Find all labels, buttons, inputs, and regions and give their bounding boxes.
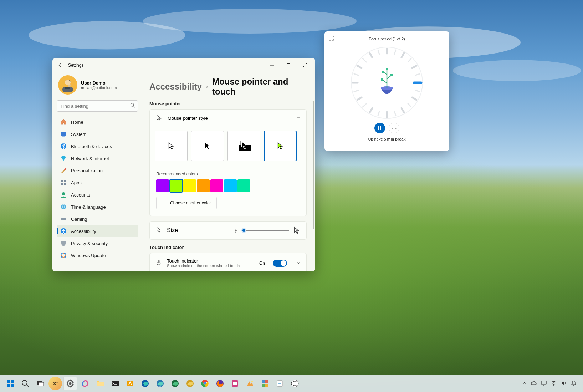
search-button[interactable] <box>19 377 32 390</box>
tray-wifi-icon[interactable] <box>551 380 557 387</box>
swatch-cyan[interactable] <box>224 179 237 192</box>
back-button[interactable] <box>55 60 66 71</box>
chrome-task[interactable] <box>198 377 212 390</box>
svg-rect-61 <box>386 68 388 70</box>
svg-rect-93 <box>541 381 546 384</box>
network-icon <box>60 155 67 162</box>
touch-card: Touch indicator Show a circle on the scr… <box>149 253 307 271</box>
user-box[interactable]: User Demo m_lab@outlook.com <box>57 74 138 96</box>
edge-canary-task[interactable] <box>183 377 197 390</box>
nav-apps[interactable]: Apps <box>57 177 138 189</box>
firefox-task[interactable] <box>213 377 227 390</box>
minimize-button[interactable] <box>264 60 280 71</box>
svg-rect-59 <box>390 74 393 76</box>
touch-toggle[interactable] <box>273 260 287 267</box>
expand-icon[interactable] <box>329 36 334 42</box>
swatch-yellow[interactable] <box>183 179 196 192</box>
swatch-teal[interactable] <box>237 179 250 192</box>
edge-dev-task[interactable] <box>168 377 182 390</box>
swatch-purple[interactable] <box>156 179 169 192</box>
choose-color-label: Choose another color <box>170 200 211 205</box>
explorer-task[interactable] <box>93 377 107 390</box>
nav-time[interactable]: Time & language <box>57 201 138 213</box>
svg-rect-90 <box>265 384 268 387</box>
swatch-lime[interactable] <box>170 179 183 192</box>
size-slider[interactable] <box>241 230 289 231</box>
pause-button[interactable] <box>374 123 385 133</box>
nav-accounts[interactable]: Accounts <box>57 189 138 201</box>
nav-bluetooth[interactable]: Bluetooth & devices <box>57 140 138 152</box>
nav-system[interactable]: System <box>57 128 138 140</box>
svg-point-19 <box>62 192 65 195</box>
svg-rect-63 <box>380 126 381 130</box>
weather-button[interactable]: 85° <box>48 377 62 390</box>
app-task-4[interactable] <box>258 377 272 390</box>
focus-widget: Focus period (1 of 2) <box>324 31 449 151</box>
nav-label: Privacy & security <box>71 241 108 246</box>
search-input[interactable] <box>57 100 138 112</box>
scrollbar[interactable] <box>313 101 314 229</box>
maximize-button[interactable] <box>280 60 297 71</box>
style-custom[interactable] <box>264 131 297 161</box>
slider-knob[interactable] <box>241 228 246 233</box>
nav-gaming[interactable]: Gaming <box>57 213 138 225</box>
style-black[interactable] <box>191 131 224 161</box>
svg-line-35 <box>370 108 372 112</box>
terminal-task[interactable] <box>108 377 122 390</box>
svg-line-40 <box>394 50 396 54</box>
svg-line-44 <box>408 103 411 107</box>
svg-line-39 <box>370 53 372 57</box>
swatch-orange[interactable] <box>197 179 210 192</box>
tray-volume-icon[interactable] <box>561 380 567 387</box>
edge-task[interactable] <box>138 377 152 390</box>
app-task-3[interactable] <box>243 377 257 390</box>
start-button[interactable] <box>4 377 17 390</box>
search-icon[interactable] <box>130 103 135 109</box>
svg-line-43 <box>415 90 420 92</box>
svg-line-69 <box>27 385 29 387</box>
settings-task[interactable] <box>63 377 77 390</box>
app-task-6[interactable] <box>288 377 302 390</box>
more-button[interactable]: ⋯ <box>389 123 399 133</box>
copilot-task[interactable] <box>78 377 92 390</box>
swatch-magenta[interactable] <box>210 179 223 192</box>
tray-monitor-icon[interactable] <box>541 380 547 387</box>
chevron-down-icon[interactable] <box>296 260 301 266</box>
tray-chevron-up-icon[interactable] <box>522 381 527 386</box>
window-title: Settings <box>68 63 83 68</box>
task-view-button[interactable] <box>34 377 47 390</box>
bluetooth-icon <box>60 143 67 149</box>
app-task-5[interactable] <box>273 377 287 390</box>
svg-rect-15 <box>61 180 63 182</box>
style-inverted[interactable] <box>227 131 260 161</box>
tray-notifications-icon[interactable] <box>571 380 577 387</box>
svg-line-30 <box>402 53 404 57</box>
pointer-style-header[interactable]: Mouse pointer style <box>150 110 306 127</box>
svg-rect-67 <box>11 384 14 387</box>
nav-personalization[interactable]: Personalization <box>57 164 138 177</box>
update-icon <box>60 252 67 259</box>
edge-beta-task[interactable]: β <box>153 377 167 390</box>
close-button[interactable] <box>297 60 313 71</box>
tray-cloud-icon[interactable] <box>531 380 537 387</box>
svg-rect-21 <box>61 218 66 220</box>
app-task-2[interactable] <box>228 377 242 390</box>
color-swatches <box>156 179 300 192</box>
nav-label: Time & language <box>71 204 106 210</box>
svg-line-49 <box>354 74 358 75</box>
svg-rect-12 <box>62 136 65 137</box>
pointer-style-card: Mouse pointer style Recommended colors <box>149 109 307 216</box>
nav-update[interactable]: Windows Update <box>57 249 138 261</box>
nav-label: Accessibility <box>71 229 96 234</box>
nav-network[interactable]: Network & internet <box>57 152 138 164</box>
nav-home[interactable]: Home <box>57 116 138 128</box>
breadcrumb-parent[interactable]: Accessibility <box>149 82 202 92</box>
choose-color-button[interactable]: ＋ Choose another color <box>156 197 217 209</box>
plus-icon: ＋ <box>161 200 165 206</box>
app-task-1[interactable] <box>123 377 137 390</box>
svg-rect-88 <box>265 380 268 383</box>
svg-point-68 <box>22 380 27 385</box>
style-white[interactable] <box>155 131 188 161</box>
nav-privacy[interactable]: Privacy & security <box>57 237 138 249</box>
nav-accessibility[interactable]: Accessibility <box>57 225 138 237</box>
